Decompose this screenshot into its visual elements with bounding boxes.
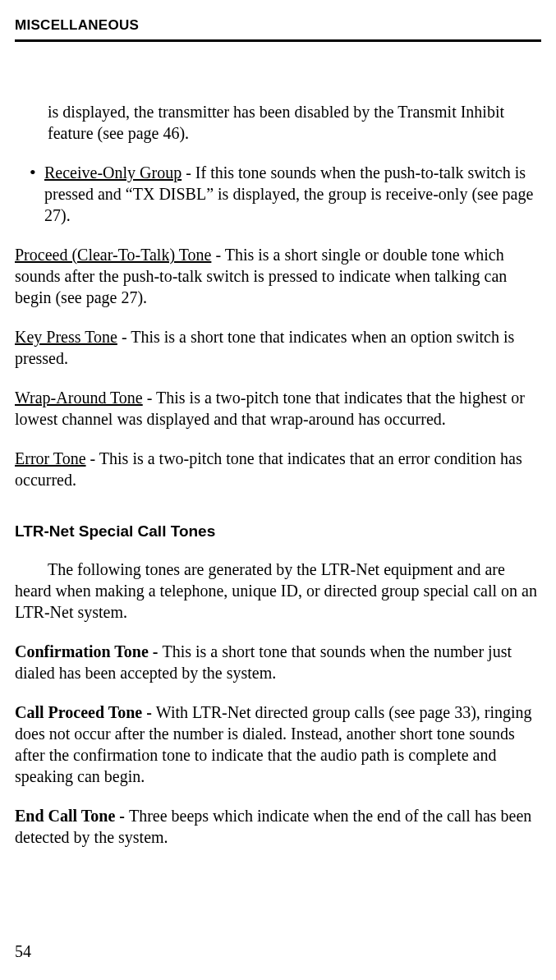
tone-wrap-label: Wrap-Around Tone — [15, 389, 143, 407]
page-number: 54 — [15, 941, 31, 962]
special-confirm-label: Confirmation Tone - — [15, 642, 162, 660]
special-confirm: Confirmation Tone - This is a short tone… — [15, 641, 541, 683]
special-callproceed: Call Proceed Tone - With LTR-Net directe… — [15, 702, 541, 787]
tone-error-label: Error Tone — [15, 449, 86, 467]
tone-keypress-label: Key Press Tone — [15, 328, 117, 346]
tone-proceed: Proceed (Clear-To-Talk) Tone - This is a… — [15, 244, 541, 308]
bullet-text: Receive-Only Group - If this tone sounds… — [44, 162, 541, 226]
bullet-label: Receive-Only Group — [44, 163, 182, 182]
tone-keypress: Key Press Tone - This is a short tone th… — [15, 326, 541, 369]
subintro: The following tones are generated by the… — [15, 559, 541, 623]
special-callproceed-label: Call Proceed Tone - — [15, 703, 156, 721]
tone-error: Error Tone - This is a two-pitch tone th… — [15, 448, 541, 490]
body-content: is displayed, the transmitter has been d… — [15, 101, 541, 848]
tone-error-text: - This is a two-pitch tone that indicate… — [15, 449, 522, 489]
bullet-receive-only: • Receive-Only Group - If this tone soun… — [15, 162, 541, 226]
intro-continuation: is displayed, the transmitter has been d… — [15, 101, 541, 144]
tone-wrap: Wrap-Around Tone - This is a two-pitch t… — [15, 387, 541, 430]
special-endcall: End Call Tone - Three beeps which indica… — [15, 805, 541, 848]
section-header: MISCELLANEOUS — [15, 0, 541, 42]
subheading-ltr-net: LTR-Net Special Call Tones — [15, 522, 541, 542]
tone-proceed-label: Proceed (Clear-To-Talk) Tone — [15, 246, 211, 264]
bullet-icon: • — [30, 162, 44, 226]
special-endcall-label: End Call Tone - — [15, 807, 129, 825]
